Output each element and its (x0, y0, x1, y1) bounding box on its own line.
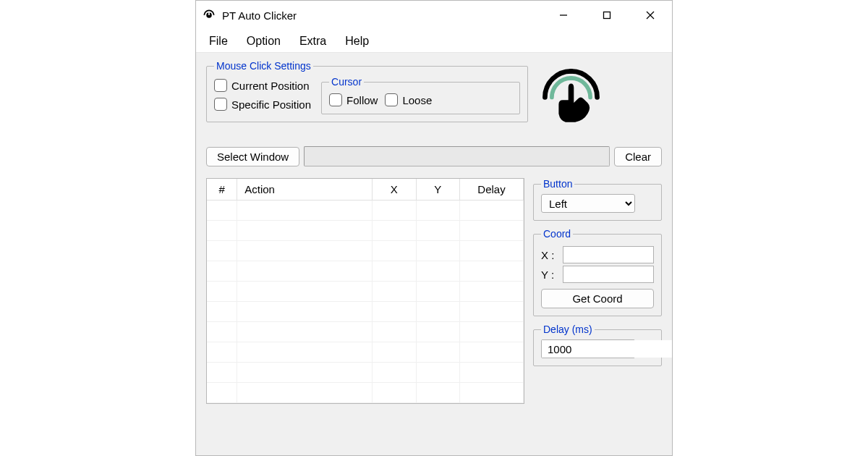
table-row[interactable] (207, 383, 524, 403)
mouse-click-settings-group: Mouse Click Settings Current Position Sp… (206, 60, 528, 122)
delay-legend: Delay (ms) (541, 324, 595, 335)
button-group: Button Left (533, 178, 662, 221)
specific-position-label: Specific Position (231, 98, 311, 111)
table-row[interactable] (207, 241, 524, 261)
mouse-click-settings-legend: Mouse Click Settings (214, 60, 313, 72)
svg-rect-1 (208, 12, 210, 15)
menu-extra[interactable]: Extra (291, 32, 335, 51)
coord-y-input[interactable] (563, 266, 654, 283)
coord-group: Coord X : Y : Get Coord (533, 228, 662, 316)
table-row[interactable] (207, 342, 524, 363)
app-window: PT Auto Clicker File Option Extra Help M… (195, 0, 673, 456)
table-row[interactable] (207, 221, 524, 241)
table-header-x: X (373, 179, 416, 200)
delay-group: Delay (ms) ▲ ▼ (533, 324, 662, 366)
mouse-button-select[interactable]: Left (541, 194, 635, 213)
selected-window-display (304, 146, 610, 166)
select-window-button[interactable]: Select Window (206, 147, 299, 166)
specific-position-checkbox[interactable]: Specific Position (214, 98, 311, 111)
minimize-button[interactable] (542, 1, 585, 30)
menubar: File Option Extra Help (196, 30, 672, 53)
maximize-button[interactable] (585, 1, 629, 30)
table-row[interactable] (207, 261, 524, 282)
cursor-legend: Cursor (329, 76, 364, 88)
coord-legend: Coord (541, 228, 573, 240)
menu-help[interactable]: Help (336, 32, 378, 51)
table-row[interactable] (207, 200, 524, 221)
coord-x-label: X : (541, 249, 558, 261)
current-position-label: Current Position (231, 80, 310, 92)
checkbox-icon (214, 98, 227, 111)
loose-label: Loose (402, 94, 432, 106)
loose-checkbox[interactable]: Loose (385, 93, 432, 106)
table-header-y: Y (416, 179, 459, 200)
window-title: PT Auto Clicker (222, 9, 297, 22)
app-logo (537, 60, 605, 135)
coord-y-label: Y : (541, 269, 558, 281)
table-row[interactable] (207, 302, 524, 322)
follow-checkbox[interactable]: Follow (329, 93, 378, 106)
menu-option[interactable]: Option (238, 32, 289, 51)
table-row[interactable] (207, 282, 524, 302)
delay-input[interactable] (542, 340, 673, 358)
table-header-num: # (207, 179, 237, 200)
clear-button[interactable]: Clear (614, 147, 662, 166)
svg-rect-3 (604, 12, 610, 19)
checkbox-icon (385, 93, 398, 106)
menu-file[interactable]: File (200, 32, 237, 51)
cursor-group: Cursor Follow Loose (321, 76, 520, 114)
table-header-action: Action (237, 179, 373, 200)
table-row[interactable] (207, 322, 524, 342)
checkbox-icon (329, 93, 342, 106)
table-header-delay: Delay (460, 179, 524, 200)
button-legend: Button (541, 178, 574, 190)
coord-x-input[interactable] (563, 246, 654, 263)
get-coord-button[interactable]: Get Coord (541, 289, 654, 308)
table-row[interactable] (207, 363, 524, 383)
follow-label: Follow (346, 94, 378, 106)
titlebar: PT Auto Clicker (196, 1, 672, 30)
actions-table[interactable]: # Action X Y Delay (206, 178, 524, 404)
checkbox-icon (214, 79, 227, 92)
current-position-checkbox[interactable]: Current Position (214, 79, 311, 92)
app-icon (202, 8, 216, 22)
close-button[interactable] (629, 1, 672, 30)
